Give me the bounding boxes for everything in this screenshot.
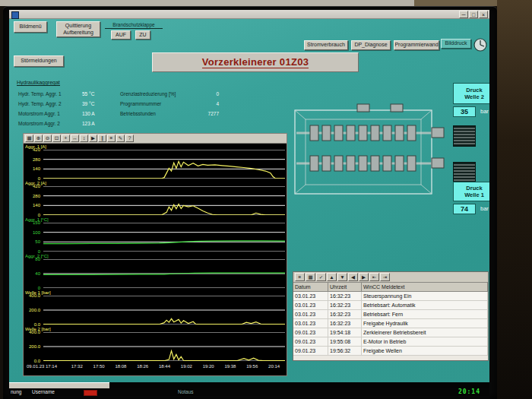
alarm-cell: Steuerspannung Ein <box>362 292 488 301</box>
trend-subplot: Aggr. 1 [A]4202801400 <box>24 144 287 180</box>
zoom-out-icon[interactable]: ⊖ <box>43 135 52 142</box>
druck-welle2-unit: bar <box>480 108 489 115</box>
minimize-button[interactable]: ─ <box>459 11 468 18</box>
alarm-cell: 09.01.23 <box>293 347 328 356</box>
play-icon[interactable]: ▶ <box>89 135 97 142</box>
last-message-icon[interactable]: ⇥ <box>380 273 390 281</box>
motor-block-top <box>453 125 476 147</box>
stoermeldungen-button[interactable]: Störmeldungen <box>14 55 64 67</box>
bildmenu-button[interactable]: Bildmenü <box>14 21 47 33</box>
info-label: Motorstrom Aggr. 1 <box>18 111 82 116</box>
help-icon[interactable]: ? <box>125 135 134 142</box>
pan-horizontal-icon[interactable]: ↔ <box>71 135 79 142</box>
alarm-row[interactable]: 09.01.2319:55:08E-Motor in Betrieb <box>293 337 488 347</box>
crosshair-icon[interactable]: + <box>62 135 70 142</box>
zoom-in-icon[interactable]: ⊕ <box>34 135 43 142</box>
window-titlebar: ─ □ × <box>9 10 489 19</box>
page-title: Vorzerkleinerer 01Z03 <box>202 56 309 68</box>
photo-background: ─ □ × Bildmenü Quittierung Aufbereitung … <box>0 0 532 399</box>
alarm-cell: 03.01.23 <box>293 292 328 301</box>
wall-background <box>0 0 414 6</box>
time-tick-label: 09.01.23 17:14 <box>27 364 66 369</box>
time-tick-label: 18:44 <box>154 364 176 369</box>
alarm-cell: 16:32:23 <box>328 310 362 319</box>
close-button[interactable]: × <box>479 11 488 18</box>
alarm-row[interactable]: 03.01.2316:32:23Freigabe Hydraulik <box>293 319 488 328</box>
info-label: Betriebsstunden <box>120 111 196 116</box>
trend-plot-area <box>43 186 285 215</box>
message-list-icon[interactable]: ≡ <box>295 273 305 281</box>
value-axis: 80400 <box>24 259 42 288</box>
time-tick-label: 18:08 <box>109 364 131 369</box>
alarm-cell: 19:56:32 <box>328 347 362 356</box>
trend-plot-area <box>43 150 285 179</box>
quittierung-aufbereitung-button[interactable]: Quittierung Aufbereitung <box>56 21 100 37</box>
time-tick-label: 17:32 <box>66 364 88 369</box>
motor-block-bottom <box>453 162 476 183</box>
trend-select-icon[interactable]: ▦ <box>25 135 33 142</box>
alarm-table-body: 03.01.2316:32:23Steuerspannung Ein03.01.… <box>293 292 488 356</box>
partial-text-label: nung <box>11 389 21 394</box>
scroll-up-icon[interactable]: ▲ <box>327 273 337 281</box>
info-value: 130 A <box>82 111 105 116</box>
druck-welle2-label: Druck Welle 2 <box>453 83 489 104</box>
alarm-row[interactable]: 09.01.2319:56:32Freigabe Wellen <box>293 347 488 356</box>
druck-welle2-value: 35 <box>453 106 476 117</box>
alarm-cell: Betriebsart: Automatik <box>362 301 488 310</box>
alarm-row[interactable]: 03.01.2316:32:23Steuerspannung Ein <box>293 292 488 301</box>
programmierwand-button[interactable]: Programmierwand <box>394 40 439 50</box>
zu-button[interactable]: ZU <box>135 30 150 40</box>
trend-plots: Aggr. 1 [A]4202801400Aggr. 2 [A]42028014… <box>24 144 287 363</box>
zoom-window-icon[interactable]: ⊡ <box>52 135 61 142</box>
maximize-button[interactable]: □ <box>469 11 478 18</box>
alarm-cell: 03.01.23 <box>293 319 328 328</box>
trend-plot-area <box>43 259 285 288</box>
alarm-cell: Freigabe Wellen <box>362 347 488 356</box>
info-row: Hydr. Temp. Aggr. 239 °C <box>18 99 105 109</box>
alarm-table-header: DatumUhrzeitWinCC Meldetext <box>293 283 488 292</box>
scroll-down-icon[interactable]: ▼ <box>337 273 347 281</box>
pan-vertical-icon[interactable]: ↕ <box>80 135 88 142</box>
info-row: Hydr. Temp. Aggr. 155 °C <box>18 89 105 99</box>
alarm-column-header: WinCC Meldetext <box>362 283 488 292</box>
info-row: Programmnummer4 <box>120 99 219 109</box>
bilddruck-button[interactable]: Bilddruck <box>441 39 471 49</box>
hydraulik-col2: Grenzlastreduzierung [%]0Programmnummer4… <box>120 89 219 119</box>
time-tick-label: 19:02 <box>176 364 198 369</box>
info-value: 4 <box>196 101 219 106</box>
alarm-row[interactable]: 03.01.2316:32:23Betriebsart: Automatik <box>293 301 488 310</box>
alarm-row[interactable]: 09.01.2319:54:18Zerkleinerer Betriebsber… <box>293 328 488 337</box>
info-label: Motorstrom Aggr. 2 <box>18 121 82 126</box>
dp-diagnose-button[interactable]: DP_Diagnose <box>351 40 391 50</box>
hydraulik-col1: Hydr. Temp. Aggr. 155 °CHydr. Temp. Aggr… <box>18 89 105 128</box>
alarm-row[interactable]: 03.01.2316:32:23Betriebsart: Fern <box>293 310 488 319</box>
info-value: 39 °C <box>82 101 105 106</box>
trend-subplot: Aggr. 2 [°C]80400 <box>24 253 287 290</box>
pause-icon[interactable]: ∥ <box>98 135 106 142</box>
scroll-left-icon[interactable]: ◀ <box>348 273 358 281</box>
druck-welle1-value: 74 <box>453 204 476 214</box>
window-controls: ─ □ × <box>459 11 488 18</box>
alarm-cell: 16:32:23 <box>328 319 362 328</box>
stoerung-indicator[interactable] <box>84 390 97 396</box>
value-axis: 150100500 <box>24 223 42 252</box>
alarm-column-header: Datum <box>293 283 328 292</box>
info-value: 7277 <box>196 111 219 116</box>
info-row: Betriebsstunden7277 <box>120 109 219 119</box>
info-label: Programmnummer <box>120 101 196 106</box>
scroll-right-icon[interactable]: ▶ <box>359 273 369 281</box>
acknowledge-icon[interactable]: ✓ <box>316 273 326 281</box>
time-tick-label: 19:20 <box>198 364 220 369</box>
edit-icon[interactable]: ✎ <box>116 135 125 142</box>
legend-icon[interactable]: ≡ <box>107 135 116 142</box>
first-message-icon[interactable]: ⇤ <box>369 273 379 281</box>
teeth-top <box>310 125 416 141</box>
archive-icon[interactable]: ▦ <box>306 273 315 281</box>
stromverbrauch-button[interactable]: Stromverbrauch <box>304 40 348 50</box>
notaus-label: Notaus <box>178 389 194 394</box>
trend-subplot: Welle 1 [bar]400.0200.00.0 <box>24 290 287 326</box>
druck-welle1-label: Druck Welle 1 <box>453 182 489 201</box>
auf-button[interactable]: AUF <box>111 30 131 40</box>
page-title-banner: Vorzerkleinerer 01Z03 <box>152 52 359 72</box>
time-tick-label: 19:56 <box>241 364 263 369</box>
